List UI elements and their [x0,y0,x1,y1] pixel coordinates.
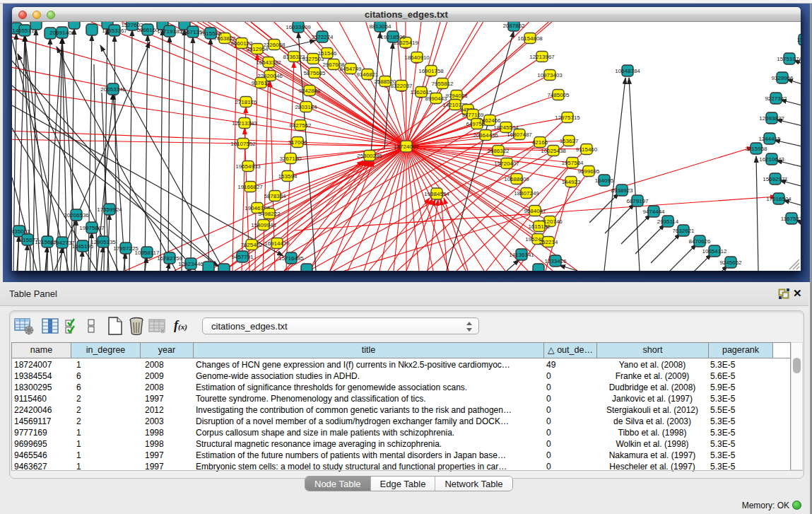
svg-text:25300285: 25300285 [357,153,382,159]
svg-text:3572274: 3572274 [311,34,334,40]
svg-text:19654933: 19654933 [235,163,261,170]
svg-text:18807249: 18807249 [514,190,539,197]
svg-text:15692971: 15692971 [763,176,788,182]
svg-text:16553267: 16553267 [102,28,127,34]
svg-text:7625402: 7625402 [240,242,263,248]
svg-text:10025438: 10025438 [541,148,566,154]
svg-text:16033809: 16033809 [286,24,311,30]
svg-text:16154808: 16154808 [517,35,543,42]
svg-text:6879197: 6879197 [626,198,649,204]
svg-text:10654112: 10654112 [702,248,728,255]
svg-text:7462466: 7462466 [478,117,501,124]
svg-text:9242848: 9242848 [298,88,321,94]
svg-text:317006: 317006 [288,139,307,146]
svg-text:16210643: 16210643 [759,156,784,163]
svg-text:17016504: 17016504 [766,196,792,202]
svg-text:3215958: 3215958 [745,146,767,152]
svg-text:5878334: 5878334 [264,193,286,199]
svg-text:20691406: 20691406 [49,30,75,36]
svg-text:19166827: 19166827 [237,184,263,190]
svg-text:9245652: 9245652 [719,259,742,266]
svg-text:8813054: 8813054 [369,23,392,30]
svg-text:7485005: 7485005 [547,92,570,98]
svg-text:12905135: 12905135 [90,239,116,245]
svg-text:16914479: 16914479 [264,240,290,247]
svg-text:9474444: 9474444 [642,209,665,215]
svg-text:1167533: 1167533 [781,216,801,222]
svg-text:10688609: 10688609 [504,176,529,182]
svg-text:7632621: 7632621 [672,228,695,234]
svg-text:1362615: 1362615 [410,89,433,95]
svg-text:151546: 151546 [318,50,337,57]
svg-text:9327503: 9327503 [302,56,324,62]
svg-text:16901758: 16901758 [418,68,444,74]
svg-text:2935114: 2935114 [657,218,679,225]
svg-text:10648784: 10648784 [615,68,640,74]
svg-text:12213383: 12213383 [232,120,257,127]
svg-text:16107552: 16107552 [230,141,256,147]
svg-text:17359924: 17359924 [97,206,122,213]
svg-text:2803144: 2803144 [295,104,317,110]
svg-text:7515526: 7515526 [199,30,222,37]
svg-text:14136141: 14136141 [509,252,534,258]
svg-text:8990443: 8990443 [425,95,447,102]
svg-text:1244415: 1244415 [758,136,781,142]
svg-text:15409948: 15409948 [251,222,276,228]
svg-text:8427552: 8427552 [289,122,312,129]
svg-text:10973403: 10973403 [537,72,563,78]
svg-text:153594: 153594 [278,173,298,180]
svg-text:12093832: 12093832 [759,115,784,122]
svg-text:9227342: 9227342 [765,95,787,102]
svg-text:12975715: 12975715 [555,115,580,121]
svg-text:8938923: 8938923 [611,187,633,194]
svg-text:15716485: 15716485 [278,255,304,262]
svg-text:20053346: 20053346 [100,86,126,93]
svg-text:8470626: 8470626 [688,238,711,245]
svg-text:19218506: 19218506 [380,34,406,40]
svg-text:5875685: 5875685 [303,70,326,76]
svg-text:1615132: 1615132 [528,223,551,230]
svg-text:144923: 144923 [562,179,581,185]
svg-text:15751074: 15751074 [777,56,801,62]
svg-text:16807487: 16807487 [507,132,532,138]
svg-text:20364436: 20364436 [473,132,498,139]
svg-text:18640910: 18640910 [404,54,430,61]
svg-text:1957584: 1957584 [561,160,584,166]
svg-text:2226058: 2226058 [263,42,286,48]
svg-text:7955812: 7955812 [431,81,454,87]
svg-text:9794078: 9794078 [445,93,468,99]
svg-text:937612: 937612 [252,80,271,86]
svg-text:9146821: 9146821 [356,71,379,78]
svg-text:9684047: 9684047 [524,208,546,214]
svg-text:10958117: 10958117 [135,250,160,256]
svg-text:252214: 252214 [539,239,558,245]
svg-text:19975887: 19975887 [79,225,105,231]
svg-text:10719185: 10719185 [157,28,182,35]
svg-text:2718176: 2718176 [235,99,257,105]
svg-text:9699695: 9699695 [577,168,600,175]
svg-text:5498222: 5498222 [258,211,281,217]
svg-text:16543382: 16543382 [256,59,281,66]
svg-text:6966160: 6966160 [136,27,159,33]
svg-text:19384554: 19384554 [424,191,449,197]
svg-text:62166: 62166 [532,139,548,146]
svg-text:18724007: 18724007 [394,144,419,150]
svg-text:2087862: 2087862 [502,23,525,29]
svg-text:12923446: 12923446 [178,261,204,267]
svg-text:15720407: 15720407 [494,160,519,167]
svg-text:3267130: 3267130 [279,156,302,162]
svg-text:12213967: 12213967 [529,54,555,60]
svg-text:2986322: 2986322 [487,148,510,154]
svg-text:20206536: 20206536 [64,212,89,218]
svg-text:9115460: 9115460 [576,146,598,153]
svg-text:8322037: 8322037 [390,83,413,89]
svg-text:1733426: 1733426 [544,258,567,264]
svg-text:153627: 153627 [560,138,579,144]
svg-text:9329966: 9329966 [771,75,794,81]
svg-text:9457791: 9457791 [231,254,254,260]
svg-text:11123: 11123 [796,37,801,43]
svg-text:164095: 164095 [595,177,614,184]
